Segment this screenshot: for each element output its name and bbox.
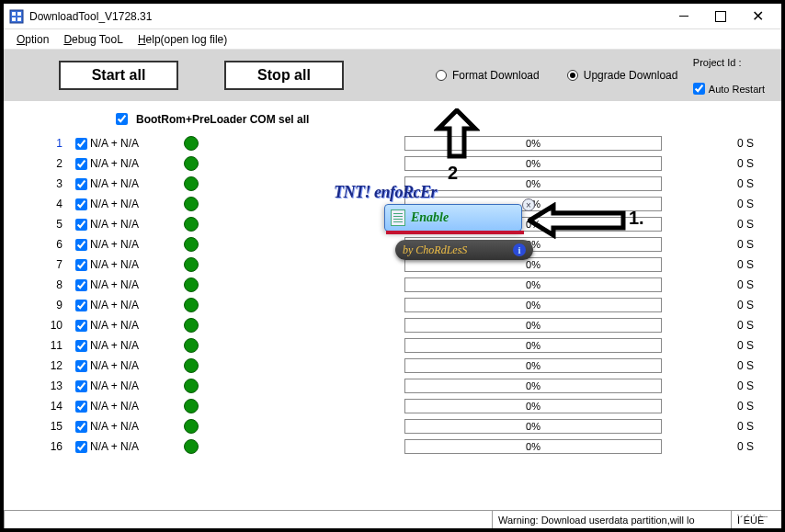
status-tail: Ì´ÉÚÈ¨ [731,511,781,528]
row-checkbox[interactable] [72,135,90,153]
row-progress-bar: 0% [404,176,662,191]
row-checkbox[interactable] [72,155,90,173]
row-port-label: N/A + N/A [90,420,164,433]
checkbox-icon[interactable] [693,83,705,95]
row-status-led [164,419,219,434]
menu-bar: Option Debug TooL Help(open log file) [4,29,781,50]
row-port-label: N/A + N/A [90,137,164,150]
device-row: 13N/A + N/A0%0 S [40,376,754,396]
title-bar: DownloadTool_V1728.31 ✕ [4,4,781,29]
row-status-led [164,318,219,333]
enable-button[interactable]: Enable [384,204,522,232]
device-row: 2N/A + N/A0%0 S [40,153,754,174]
device-row: 3N/A + N/A0%0 S [40,174,754,194]
status-bar: Warning: Download userdata partition,wil… [4,510,781,528]
close-button[interactable]: ✕ [739,5,776,28]
device-row: 9N/A + N/A0%0 S [40,295,754,315]
menu-help[interactable]: Help(open log file) [138,33,227,46]
row-checkbox[interactable] [72,236,90,254]
row-checkbox[interactable] [72,196,90,213]
enable-button-label: Enable [411,210,449,225]
row-progress-bar: 0% [404,277,662,292]
row-index: 3 [40,177,72,190]
radio-label: Upgrade Download [584,69,678,82]
row-index: 12 [40,359,72,372]
row-time: 0 S [717,420,754,433]
menu-debug[interactable]: Debug TooL [63,33,123,46]
stop-all-button[interactable]: Stop all [224,61,344,90]
radio-icon [436,70,447,81]
led-green-icon [184,338,199,353]
row-checkbox[interactable] [72,337,90,355]
row-checkbox[interactable] [72,256,90,274]
row-progress-bar: 0% [404,439,662,454]
row-index: 10 [40,319,72,332]
row-port-label: N/A + N/A [90,258,164,271]
row-port-label: N/A + N/A [90,359,164,372]
row-time: 0 S [717,278,754,291]
led-green-icon [184,439,199,454]
start-all-button[interactable]: Start all [59,61,178,90]
row-checkbox[interactable] [72,438,90,456]
row-status-led [164,338,219,353]
auto-restart-checkbox[interactable]: Auto Restart [693,83,765,95]
led-green-icon [184,176,199,191]
row-index: 5 [40,218,72,231]
row-progress-bar: 0% [404,318,662,333]
row-progress-bar: 0% [404,399,662,413]
row-checkbox[interactable] [72,418,90,436]
info-icon[interactable]: i [513,243,526,256]
status-cell [4,511,492,528]
app-icon [9,9,24,24]
row-time: 0 S [717,218,754,231]
led-green-icon [184,419,199,434]
row-progress-bar: 0% [404,419,662,434]
checkbox-icon[interactable] [116,113,128,125]
minimize-button[interactable] [666,5,702,28]
upgrade-download-radio[interactable]: Upgrade Download [567,69,678,82]
row-status-led [164,277,219,292]
row-index: 11 [40,339,72,352]
row-port-label: N/A + N/A [90,278,164,291]
row-checkbox[interactable] [72,277,90,294]
row-status-led [164,197,219,211]
row-checkbox[interactable] [72,357,90,375]
maximize-button[interactable] [702,5,739,28]
row-checkbox[interactable] [72,317,90,334]
row-status-led [164,156,219,171]
row-checkbox[interactable] [72,216,90,233]
row-index: 6 [40,238,72,251]
select-all-label: BootRom+PreLoader COM sel all [136,113,309,126]
select-all-checkbox[interactable]: BootRom+PreLoader COM sel all [112,110,754,128]
row-index: 8 [40,278,72,291]
row-port-label: N/A + N/A [90,339,164,352]
annotation-red-bar [386,231,524,234]
row-checkbox[interactable] [72,398,90,415]
row-checkbox[interactable] [72,297,90,314]
row-port-label: N/A + N/A [90,440,164,453]
row-status-led [164,439,219,454]
row-port-label: N/A + N/A [90,198,164,210]
svg-rect-2 [17,12,21,16]
device-row: 7N/A + N/A0%0 S [40,255,754,275]
device-row: 16N/A + N/A0%0 S [40,436,754,457]
row-time: 0 S [717,258,754,271]
row-index: 9 [40,299,72,311]
led-green-icon [184,197,199,211]
led-green-icon [184,277,199,292]
row-index: 16 [40,440,72,453]
row-checkbox[interactable] [72,175,90,193]
format-download-radio[interactable]: Format Download [436,69,540,82]
row-index: 14 [40,400,72,413]
device-row: 11N/A + N/A0%0 S [40,335,754,356]
menu-option[interactable]: Option [17,33,49,46]
row-progress-bar: 0% [404,136,662,151]
annotation-credits: by ChoRdLesS i [395,240,533,260]
row-status-led [164,176,219,191]
row-port-label: N/A + N/A [90,379,164,392]
row-checkbox[interactable] [72,378,90,395]
row-index: 7 [40,258,72,271]
row-port-label: N/A + N/A [90,177,164,190]
device-row: 8N/A + N/A0%0 S [40,275,754,295]
row-progress-bar: 0% [404,298,662,312]
